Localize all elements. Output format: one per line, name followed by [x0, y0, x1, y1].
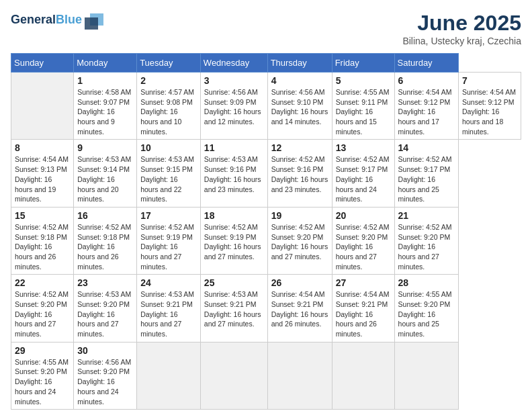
daylight: Daylight: 16 hours and 26 minutes.	[336, 310, 377, 338]
sunset: Sunset: 9:09 PM	[204, 98, 257, 106]
day-number: 14	[398, 142, 455, 153]
day-number: 25	[204, 277, 264, 288]
day-info: Sunrise: 4:56 AM Sunset: 9:10 PM Dayligh…	[271, 87, 328, 127]
sunrise: Sunrise: 4:53 AM	[140, 155, 194, 163]
calendar-cell	[394, 342, 458, 409]
calendar-cell: 9 Sunrise: 4:53 AM Sunset: 9:14 PM Dayli…	[74, 140, 137, 207]
sunrise: Sunrise: 4:52 AM	[271, 155, 325, 163]
calendar-cell: 10 Sunrise: 4:53 AM Sunset: 9:15 PM Dayl…	[137, 140, 201, 207]
sunrise: Sunrise: 4:52 AM	[140, 223, 194, 231]
sunset: Sunset: 9:21 PM	[336, 300, 388, 308]
day-number: 27	[336, 277, 391, 288]
day-info: Sunrise: 4:55 AM Sunset: 9:20 PM Dayligh…	[398, 289, 455, 338]
day-info: Sunrise: 4:53 AM Sunset: 9:20 PM Dayligh…	[77, 289, 133, 338]
sunrise: Sunrise: 4:54 AM	[462, 88, 516, 96]
day-info: Sunrise: 4:53 AM Sunset: 9:15 PM Dayligh…	[140, 154, 197, 203]
calendar-cell: 12 Sunrise: 4:52 AM Sunset: 9:16 PM Dayl…	[267, 140, 332, 207]
sunrise: Sunrise: 4:53 AM	[77, 290, 131, 298]
calendar-cell	[332, 342, 394, 409]
calendar-cell: 28 Sunrise: 4:55 AM Sunset: 9:20 PM Dayl…	[394, 275, 458, 342]
sunset: Sunset: 9:21 PM	[204, 300, 257, 308]
sunrise: Sunrise: 4:56 AM	[204, 88, 258, 96]
calendar-cell: 27 Sunrise: 4:54 AM Sunset: 9:21 PM Dayl…	[332, 275, 394, 342]
calendar-cell: 15 Sunrise: 4:52 AM Sunset: 9:18 PM Dayl…	[11, 207, 74, 274]
day-number: 26	[271, 277, 328, 288]
calendar-cell: 21 Sunrise: 4:52 AM Sunset: 9:20 PM Dayl…	[394, 207, 458, 274]
col-monday: Monday	[74, 54, 137, 73]
calendar-cell: 19 Sunrise: 4:52 AM Sunset: 9:20 PM Dayl…	[267, 207, 332, 274]
day-info: Sunrise: 4:53 AM Sunset: 9:16 PM Dayligh…	[204, 154, 264, 194]
daylight: Daylight: 16 hours and 22 minutes.	[140, 175, 181, 203]
sunset: Sunset: 9:12 PM	[462, 98, 515, 106]
day-number: 30	[77, 345, 133, 356]
sunrise: Sunrise: 4:53 AM	[140, 290, 194, 298]
day-number: 16	[77, 210, 133, 221]
daylight: Daylight: 16 hours and 26 minutes.	[77, 242, 118, 270]
calendar-header-row: Sunday Monday Tuesday Wednesday Thursday…	[11, 54, 521, 73]
day-info: Sunrise: 4:52 AM Sunset: 9:18 PM Dayligh…	[77, 222, 133, 271]
daylight: Daylight: 16 hours and 19 minutes.	[15, 175, 56, 203]
logo-icon	[83, 11, 105, 30]
daylight: Daylight: 16 hours and 10 minutes.	[140, 107, 181, 135]
calendar-cell: 25 Sunrise: 4:53 AM Sunset: 9:21 PM Dayl…	[200, 275, 267, 342]
sunset: Sunset: 9:14 PM	[77, 165, 130, 173]
sunset: Sunset: 9:12 PM	[398, 98, 451, 106]
calendar-week-row: 22 Sunrise: 4:52 AM Sunset: 9:20 PM Dayl…	[11, 275, 521, 342]
sunrise: Sunrise: 4:53 AM	[204, 290, 258, 298]
sunrise: Sunrise: 4:52 AM	[204, 223, 258, 231]
sunrise: Sunrise: 4:52 AM	[336, 223, 390, 231]
day-info: Sunrise: 4:53 AM Sunset: 9:14 PM Dayligh…	[77, 154, 133, 203]
sunset: Sunset: 9:17 PM	[398, 165, 451, 173]
col-wednesday: Wednesday	[200, 54, 267, 73]
day-info: Sunrise: 4:56 AM Sunset: 9:09 PM Dayligh…	[204, 87, 264, 127]
daylight: Daylight: 16 hours and 27 minutes.	[271, 242, 328, 261]
calendar-week-row: 15 Sunrise: 4:52 AM Sunset: 9:18 PM Dayl…	[11, 207, 521, 274]
col-tuesday: Tuesday	[137, 54, 201, 73]
calendar-week-row: 1 Sunrise: 4:58 AM Sunset: 9:07 PM Dayli…	[11, 73, 521, 140]
day-number: 2	[140, 75, 197, 86]
day-info: Sunrise: 4:54 AM Sunset: 9:12 PM Dayligh…	[398, 87, 455, 136]
sunrise: Sunrise: 4:56 AM	[271, 88, 325, 96]
sunset: Sunset: 9:18 PM	[15, 233, 67, 241]
day-number: 17	[140, 210, 197, 221]
day-info: Sunrise: 4:52 AM Sunset: 9:16 PM Dayligh…	[271, 154, 328, 194]
calendar-cell: 13 Sunrise: 4:52 AM Sunset: 9:17 PM Dayl…	[332, 140, 394, 207]
calendar-cell: 7 Sunrise: 4:54 AM Sunset: 9:12 PM Dayli…	[458, 73, 521, 140]
sunrise: Sunrise: 4:53 AM	[204, 155, 258, 163]
sunset: Sunset: 9:19 PM	[204, 233, 257, 241]
logo-text: GeneralBlue	[11, 13, 82, 27]
sunrise: Sunrise: 4:52 AM	[398, 223, 452, 231]
day-info: Sunrise: 4:54 AM Sunset: 9:21 PM Dayligh…	[336, 289, 391, 338]
sunset: Sunset: 9:16 PM	[204, 165, 257, 173]
daylight: Daylight: 16 hours and 23 minutes.	[204, 175, 261, 193]
sunset: Sunset: 9:20 PM	[336, 233, 388, 241]
daylight: Daylight: 16 hours and 27 minutes.	[140, 242, 181, 270]
calendar-cell: 3 Sunrise: 4:56 AM Sunset: 9:09 PM Dayli…	[200, 73, 267, 140]
day-number: 6	[398, 75, 455, 86]
day-info: Sunrise: 4:52 AM Sunset: 9:19 PM Dayligh…	[140, 222, 197, 271]
day-number: 4	[271, 75, 328, 86]
day-number: 15	[15, 210, 70, 221]
calendar-cell: 20 Sunrise: 4:52 AM Sunset: 9:20 PM Dayl…	[332, 207, 394, 274]
sunset: Sunset: 9:20 PM	[398, 233, 451, 241]
svg-marker-1	[85, 17, 98, 30]
daylight: Daylight: 16 hours and 26 minutes.	[271, 310, 328, 328]
daylight: Daylight: 16 hours and 24 minutes.	[336, 175, 377, 203]
day-info: Sunrise: 4:52 AM Sunset: 9:20 PM Dayligh…	[271, 222, 328, 262]
day-number: 21	[398, 210, 455, 221]
calendar-cell: 26 Sunrise: 4:54 AM Sunset: 9:21 PM Dayl…	[267, 275, 332, 342]
sunset: Sunset: 9:21 PM	[271, 300, 324, 308]
calendar-cell: 4 Sunrise: 4:56 AM Sunset: 9:10 PM Dayli…	[267, 73, 332, 140]
day-number: 13	[336, 142, 391, 153]
daylight: Daylight: 16 hours and 24 minutes.	[15, 377, 56, 405]
calendar-cell: 24 Sunrise: 4:53 AM Sunset: 9:21 PM Dayl…	[137, 275, 201, 342]
day-number: 12	[271, 142, 328, 153]
daylight: Daylight: 16 hours and 20 minutes.	[77, 175, 118, 203]
day-number: 5	[336, 75, 391, 86]
calendar-cell: 14 Sunrise: 4:52 AM Sunset: 9:17 PM Dayl…	[394, 140, 458, 207]
daylight: Daylight: 16 hours and 25 minutes.	[398, 310, 439, 338]
col-thursday: Thursday	[267, 54, 332, 73]
sunset: Sunset: 9:13 PM	[15, 165, 67, 173]
day-number: 18	[204, 210, 264, 221]
sunset: Sunset: 9:08 PM	[140, 98, 193, 106]
